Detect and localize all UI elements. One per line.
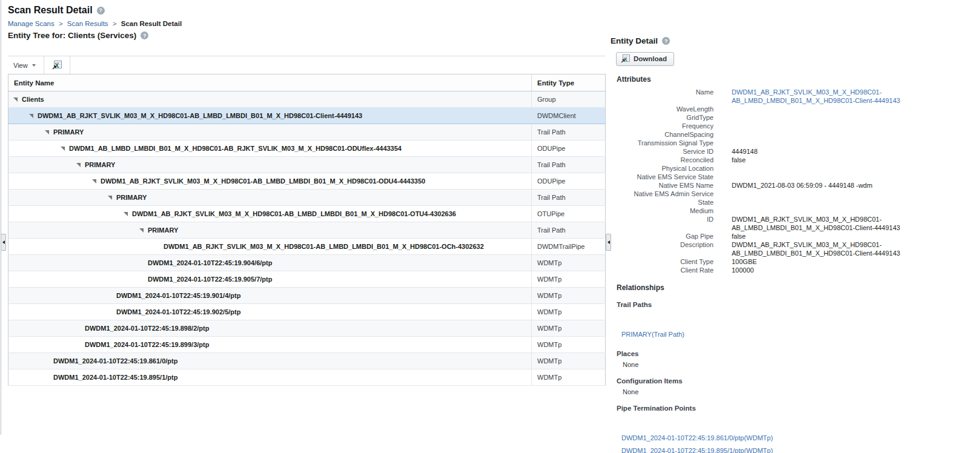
attribute-row: ChannelSpacing xyxy=(611,130,913,139)
table-row[interactable]: DWDM1_AB_RJKT_SVLIK_M03_M_X_HD98C01-AB_L… xyxy=(8,173,606,190)
entity-name-cell[interactable]: DWDM1_AB_RJKT_SVLIK_M03_M_X_HD98C01-AB_L… xyxy=(8,206,532,222)
entity-name-cell[interactable]: DWDM1_2024-01-10T22:45:19.905/7/ptp xyxy=(8,271,532,288)
table-row[interactable]: PRIMARYTrail Path xyxy=(8,190,606,206)
table-row[interactable]: DWDM1_AB_RJKT_SVLIK_M03_M_X_HD98C01-AB_L… xyxy=(8,206,606,222)
relationship-link[interactable]: PRIMARY(Trail Path) xyxy=(621,328,913,341)
expand-toggle-icon[interactable] xyxy=(92,179,96,184)
entity-name-cell[interactable]: PRIMARY xyxy=(8,124,532,141)
table-row[interactable]: ClientsGroup xyxy=(8,91,606,108)
entity-name[interactable]: DWDM1_2024-01-10T22:45:19.901/4/ptp xyxy=(116,292,240,299)
entity-name[interactable]: DWDM1_2024-01-10T22:45:19.895/1/ptp xyxy=(53,374,177,381)
attribute-label: Client Type xyxy=(617,257,713,266)
attribute-label: Gap Pipe xyxy=(617,232,713,240)
table-row[interactable]: PRIMARYTrail Path xyxy=(8,124,606,141)
entity-type-cell: ODUPipe xyxy=(532,173,606,190)
entity-name-cell[interactable]: DWDM1_2024-01-10T22:45:19.898/2/ptp xyxy=(8,320,532,337)
table-row[interactable]: DWDM1_AB_RJKT_SVLIK_M03_M_X_HD98C01-AB_L… xyxy=(8,108,606,124)
entity-name[interactable]: PRIMARY xyxy=(85,161,115,168)
entity-name-cell[interactable]: DWDM1_2024-01-10T22:45:19.904/6/ptp xyxy=(8,255,532,271)
breadcrumb-link-manage-scans[interactable]: Manage Scans xyxy=(8,20,55,27)
attribute-value: false xyxy=(732,156,909,164)
entity-name[interactable]: PRIMARY xyxy=(148,226,178,234)
attributes-list: NameDWDM1_AB_RJKT_SVLIK_M03_M_X_HD98C01-… xyxy=(611,88,913,274)
table-row[interactable]: DWDM1_2024-01-10T22:45:19.902/5/ptpWDMTp xyxy=(8,304,606,320)
expand-toggle-icon[interactable] xyxy=(13,98,18,102)
table-row[interactable]: DWDM1_AB_LMBD_LMBDI_B01_M_X_HD98C01-AB_R… xyxy=(8,141,606,157)
table-row[interactable]: DWDM1_2024-01-10T22:45:19.899/3/ptpWDMTp xyxy=(8,337,606,353)
entity-name[interactable]: DWDM1_2024-01-10T22:45:19.899/3/ptp xyxy=(85,341,209,348)
relationship-link[interactable]: DWDM1_2024-01-10T22:45:19.861/0/ptp(WDMT… xyxy=(621,432,913,445)
entity-name-cell[interactable]: PRIMARY xyxy=(8,190,532,206)
entity-name[interactable]: PRIMARY xyxy=(53,128,84,136)
entity-name-cell[interactable]: DWDM1_2024-01-10T22:45:19.895/1/ptp xyxy=(8,369,532,386)
expand-toggle-icon[interactable] xyxy=(124,212,128,216)
view-menu-button[interactable]: View xyxy=(8,56,44,74)
attribute-value-link[interactable]: DWDM1_AB_RJKT_SVLIK_M03_M_X_HD98C01-AB_L… xyxy=(732,88,909,105)
attribute-row: Native EMS Service State xyxy=(611,173,913,181)
entity-name-cell[interactable]: DWDM1_2024-01-10T22:45:19.901/4/ptp xyxy=(8,288,532,304)
entity-name[interactable]: Clients xyxy=(22,96,44,103)
attribute-label: Description xyxy=(617,240,713,257)
table-row[interactable]: DWDM1_AB_RJKT_SVLIK_M03_M_X_HD98C01-AB_L… xyxy=(8,239,606,255)
expand-toggle-icon[interactable] xyxy=(45,130,49,134)
tree-indent xyxy=(8,379,45,380)
entity-name-cell[interactable]: Clients xyxy=(8,91,532,108)
relationship-link[interactable]: DWDM1_2024-01-10T22:45:19.895/1/ptp(WDMT… xyxy=(621,445,913,453)
table-row[interactable]: DWDM1_2024-01-10T22:45:19.904/6/ptpWDMTp xyxy=(8,255,606,271)
table-row[interactable]: DWDM1_2024-01-10T22:45:19.898/2/ptpWDMTp xyxy=(8,320,606,337)
breadcrumb-link-scan-results[interactable]: Scan Results xyxy=(67,20,108,27)
relationship-section-heading: Pipe Termination Points xyxy=(617,405,913,412)
table-row[interactable]: DWDM1_2024-01-10T22:45:19.895/1/ptpWDMTp xyxy=(8,369,606,386)
entity-name[interactable]: DWDM1_AB_RJKT_SVLIK_M03_M_X_HD98C01-AB_L… xyxy=(132,210,456,217)
attribute-label: Native EMS Admin Service State xyxy=(617,190,713,207)
table-row[interactable]: DWDM1_2024-01-10T22:45:19.901/4/ptpWDMTp xyxy=(8,288,606,304)
tree-indent xyxy=(8,265,139,265)
entity-name[interactable]: DWDM1_2024-01-10T22:45:19.902/5/ptp xyxy=(116,308,240,316)
entity-name-cell[interactable]: PRIMARY xyxy=(8,157,532,173)
expand-toggle-icon[interactable] xyxy=(139,228,144,233)
entity-name[interactable]: DWDM1_2024-01-10T22:45:19.898/2/ptp xyxy=(85,325,209,332)
entity-name-cell[interactable]: DWDM1_AB_RJKT_SVLIK_M03_M_X_HD98C01-AB_L… xyxy=(8,239,532,255)
table-row[interactable]: DWDM1_2024-01-10T22:45:19.861/0/ptpWDMTp xyxy=(8,353,606,369)
table-row[interactable]: PRIMARYTrail Path xyxy=(8,222,606,239)
column-header-entity-name[interactable]: Entity Name xyxy=(8,74,532,91)
help-icon[interactable]: ? xyxy=(97,7,105,15)
entity-name-cell[interactable]: DWDM1_AB_RJKT_SVLIK_M03_M_X_HD98C01-AB_L… xyxy=(8,108,532,124)
entity-name-cell[interactable]: PRIMARY xyxy=(8,222,532,239)
entity-name-cell[interactable]: DWDM1_2024-01-10T22:45:19.899/3/ptp xyxy=(8,337,532,353)
help-icon[interactable]: ? xyxy=(662,37,670,45)
entity-name-cell[interactable]: DWDM1_2024-01-10T22:45:19.902/5/ptp xyxy=(8,304,532,320)
entity-name[interactable]: DWDM1_AB_RJKT_SVLIK_M03_M_X_HD98C01-AB_L… xyxy=(164,243,484,250)
entity-name[interactable]: DWDM1_AB_RJKT_SVLIK_M03_M_X_HD98C01-AB_L… xyxy=(101,177,425,185)
attribute-row: Transmission Signal Type xyxy=(611,139,913,147)
entity-name-cell[interactable]: DWDM1_AB_LMBD_LMBDI_B01_M_X_HD98C01-AB_R… xyxy=(8,141,532,157)
attribute-value: DWDM1_AB_RJKT_SVLIK_M03_M_X_HD98C01-AB_L… xyxy=(732,240,909,257)
table-row[interactable]: PRIMARYTrail Path xyxy=(8,157,606,173)
entity-name[interactable]: DWDM1_2024-01-10T22:45:19.861/0/ptp xyxy=(53,357,177,365)
entity-type-cell: DWDMTrailPipe xyxy=(532,239,606,255)
entity-name[interactable]: DWDM1_AB_LMBD_LMBDI_B01_M_X_HD98C01-AB_R… xyxy=(69,145,402,152)
entity-name-cell[interactable]: DWDM1_2024-01-10T22:45:19.861/0/ptp xyxy=(8,353,532,369)
expand-toggle-icon[interactable] xyxy=(108,196,112,200)
entity-name[interactable]: DWDM1_2024-01-10T22:45:19.904/6/ptp xyxy=(148,259,272,266)
entity-name[interactable]: DWDM1_2024-01-10T22:45:19.905/7/ptp xyxy=(148,276,272,283)
column-header-entity-type[interactable]: Entity Type xyxy=(532,74,606,91)
export-to-excel-button[interactable]: X xyxy=(44,56,70,74)
expand-toggle-icon[interactable] xyxy=(76,163,81,167)
entity-name[interactable]: DWDM1_AB_RJKT_SVLIK_M03_M_X_HD98C01-AB_L… xyxy=(38,112,362,119)
entity-name-cell[interactable]: DWDM1_AB_RJKT_SVLIK_M03_M_X_HD98C01-AB_L… xyxy=(8,173,532,190)
help-icon[interactable]: ? xyxy=(141,31,148,39)
attribute-row: GridType xyxy=(611,113,913,122)
table-row[interactable]: DWDM1_2024-01-10T22:45:19.905/7/ptpWDMTp xyxy=(8,271,606,288)
left-panel-collapse-handle[interactable] xyxy=(1,234,6,251)
relationship-empty-text: None xyxy=(623,388,913,395)
expand-toggle-icon[interactable] xyxy=(61,147,65,151)
attribute-row: WaveLength xyxy=(611,105,913,113)
relationship-section-heading: Configuration Items xyxy=(617,377,913,385)
download-button[interactable]: X Download xyxy=(616,52,674,66)
entity-tree-title: Entity Tree for: Clients (Services) xyxy=(8,31,136,40)
entity-name[interactable]: PRIMARY xyxy=(116,194,147,201)
page-header: Scan Result Detail ? Manage Scans > Scan… xyxy=(8,5,182,40)
tree-indent xyxy=(8,183,92,184)
expand-toggle-icon[interactable] xyxy=(29,114,33,118)
